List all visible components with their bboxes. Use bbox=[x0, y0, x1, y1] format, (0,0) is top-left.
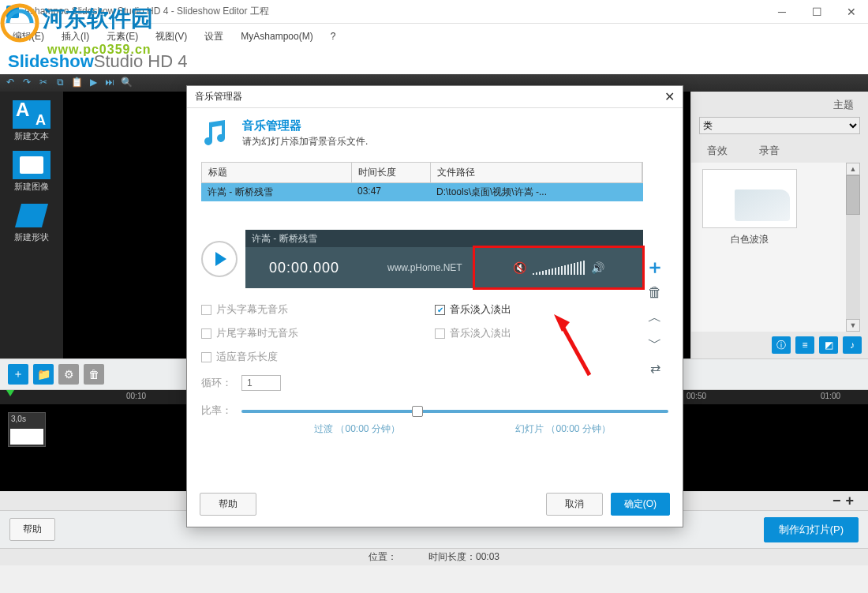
copy-icon[interactable]: ⧉ bbox=[54, 77, 66, 89]
menu-myashampoo[interactable]: MyAshampoo(M) bbox=[234, 28, 319, 44]
theme-thumb-name: 白色波浪 bbox=[696, 233, 803, 246]
move-down-button[interactable]: ﹀ bbox=[646, 334, 664, 351]
contrast-button[interactable]: ◩ bbox=[819, 336, 838, 354]
chk-fade2[interactable]: 音乐淡入淡出 bbox=[435, 326, 668, 340]
info-button[interactable]: ⓘ bbox=[772, 336, 791, 354]
clip-thumb bbox=[10, 429, 43, 445]
right-panel: 主题 类 音效 录音 白色波浪 ▲ ▼ ⓘ ≡ ◩ ♪ bbox=[690, 92, 868, 358]
tab-record[interactable]: 录音 bbox=[759, 144, 780, 158]
add-clip-button[interactable]: ＋ bbox=[8, 364, 28, 385]
ratio-right: 幻灯片 （00:00 分钟） bbox=[515, 422, 611, 436]
app-icon bbox=[6, 6, 19, 18]
volume-icon[interactable]: 🔊 bbox=[591, 261, 604, 274]
status-len-value: 00:03 bbox=[476, 551, 499, 562]
scroll-thumb[interactable] bbox=[846, 175, 860, 215]
theme-thumb[interactable]: 白色波浪 bbox=[696, 169, 803, 325]
loop-input[interactable] bbox=[241, 375, 281, 391]
music-button[interactable]: ♪ bbox=[843, 336, 862, 354]
move-up-button[interactable]: ︿ bbox=[646, 309, 664, 326]
menu-element[interactable]: 元素(E) bbox=[100, 28, 144, 46]
new-shape-label: 新建形状 bbox=[6, 231, 58, 243]
row-title: 许嵩 - 断桥残雪 bbox=[201, 183, 351, 201]
menu-settings[interactable]: 设置 bbox=[198, 28, 230, 46]
settings-clip-button[interactable]: ⚙ bbox=[58, 364, 79, 385]
th-path[interactable]: 文件路径 bbox=[431, 163, 642, 182]
minimize-button[interactable]: ─ bbox=[772, 4, 792, 20]
music-table: 标题 时间长度 文件路径 许嵩 - 断桥残雪 03:47 D:\tools\桌面… bbox=[201, 162, 643, 201]
th-duration[interactable]: 时间长度 bbox=[352, 163, 431, 182]
brand-text: SlideshowStudio HD 4 bbox=[8, 51, 187, 72]
image-icon bbox=[13, 151, 51, 179]
maximize-button[interactable]: ☐ bbox=[806, 4, 827, 20]
rp-title: 主题 bbox=[833, 98, 854, 112]
help-button[interactable]: 帮助 bbox=[9, 518, 55, 541]
menu-insert[interactable]: 插入(I) bbox=[55, 28, 95, 46]
volume-slider[interactable] bbox=[533, 261, 585, 275]
ruler-mark: 00:10 bbox=[126, 392, 146, 400]
mute-icon[interactable]: 🔇 bbox=[513, 261, 526, 274]
new-image-button[interactable]: 新建图像 bbox=[6, 148, 58, 196]
status-bar: 位置： 时间长度：00:03 bbox=[0, 548, 868, 565]
titlebar: Ashampoo Slideshow Studio HD 4 - Slidesh… bbox=[0, 0, 868, 24]
chk-fit-length[interactable]: 适应音乐长度 bbox=[201, 350, 435, 364]
chk-tail-no-music[interactable]: 片尾字幕时无音乐 bbox=[201, 326, 435, 340]
list-button[interactable]: ≡ bbox=[795, 336, 814, 354]
music-player: 许嵩 - 断桥残雪 00:00.000 www.pHome.NET 🔇 🔊 bbox=[201, 230, 643, 288]
dialog-head-title: 音乐管理器 bbox=[242, 118, 368, 133]
th-title[interactable]: 标题 bbox=[202, 163, 352, 182]
cut-icon[interactable]: ✂ bbox=[37, 77, 50, 89]
ruler-mark: 00:50 bbox=[687, 392, 706, 400]
left-panel: 新建文本 新建图像 新建形状 bbox=[0, 92, 63, 358]
volume-highlight: 🔇 🔊 bbox=[473, 246, 645, 290]
play-icon[interactable]: ▶ bbox=[87, 77, 99, 89]
menu-edit[interactable]: 编辑(E) bbox=[6, 28, 51, 46]
cancel-button[interactable]: 取消 bbox=[546, 493, 603, 516]
status-len-label: 时间长度： bbox=[428, 551, 476, 562]
add-folder-button[interactable]: 📁 bbox=[33, 364, 54, 385]
ratio-left: 过渡 （00:00 分钟） bbox=[314, 422, 400, 436]
ratio-slider[interactable] bbox=[241, 410, 668, 413]
rp-scrollbar[interactable]: ▲ ▼ bbox=[846, 163, 860, 332]
zoom-out-button[interactable]: − bbox=[832, 493, 841, 509]
remove-music-button[interactable]: 🗑 bbox=[646, 283, 664, 301]
dialog-help-button[interactable]: 帮助 bbox=[200, 493, 256, 516]
new-text-label: 新建文本 bbox=[6, 130, 58, 142]
dialog-head-sub: 请为幻灯片添加背景音乐文件. bbox=[242, 135, 368, 148]
new-shape-button[interactable]: 新建形状 bbox=[6, 199, 58, 246]
zoom-in-button[interactable]: + bbox=[845, 493, 854, 509]
paste-icon[interactable]: 📋 bbox=[70, 77, 83, 89]
shuffle-button[interactable]: ⇄ bbox=[646, 359, 664, 377]
new-text-button[interactable]: 新建文本 bbox=[6, 98, 58, 145]
playhead-icon[interactable] bbox=[6, 390, 14, 396]
ruler-mark: 01:00 bbox=[821, 392, 840, 400]
zoom-icon[interactable]: 🔍 bbox=[120, 77, 133, 89]
undo-icon[interactable]: ↶ bbox=[4, 77, 17, 89]
ok-button[interactable]: 确定(O) bbox=[611, 493, 670, 516]
text-icon bbox=[13, 100, 51, 129]
category-select[interactable]: 类 bbox=[699, 117, 860, 134]
timeline-clip[interactable]: 3,0s bbox=[8, 412, 46, 447]
row-duration: 03:47 bbox=[351, 183, 430, 201]
tab-soundfx[interactable]: 音效 bbox=[707, 144, 728, 158]
loop-label: 循环： bbox=[201, 376, 232, 390]
row-path: D:\tools\桌面\视频\许嵩 -... bbox=[430, 183, 643, 201]
scroll-down-icon[interactable]: ▼ bbox=[846, 319, 860, 332]
menu-help[interactable]: ? bbox=[324, 28, 342, 44]
add-music-button[interactable]: ＋ bbox=[646, 258, 664, 276]
make-slideshow-button[interactable]: 制作幻灯片(P) bbox=[764, 517, 859, 542]
chk-head-no-music[interactable]: 片头字幕无音乐 bbox=[201, 302, 435, 317]
dialog-close-button[interactable]: ✕ bbox=[664, 89, 675, 104]
chk-fade[interactable]: ✔音乐淡入淡出 bbox=[435, 302, 668, 317]
theme-thumb-image bbox=[702, 169, 797, 228]
brand-strip: SlideshowStudio HD 4 bbox=[0, 49, 868, 74]
menu-view[interactable]: 视图(V) bbox=[149, 28, 193, 46]
table-row[interactable]: 许嵩 - 断桥残雪 03:47 D:\tools\桌面\视频\许嵩 -... bbox=[201, 183, 643, 201]
scroll-up-icon[interactable]: ▲ bbox=[846, 163, 860, 175]
delete-clip-button[interactable]: 🗑 bbox=[84, 364, 104, 385]
shape-icon bbox=[13, 201, 51, 230]
next-icon[interactable]: ⏭ bbox=[103, 77, 116, 89]
close-button[interactable]: ✕ bbox=[841, 4, 862, 20]
redo-icon[interactable]: ↷ bbox=[21, 77, 33, 89]
play-button[interactable] bbox=[201, 241, 238, 277]
status-pos-label: 位置： bbox=[369, 550, 397, 564]
